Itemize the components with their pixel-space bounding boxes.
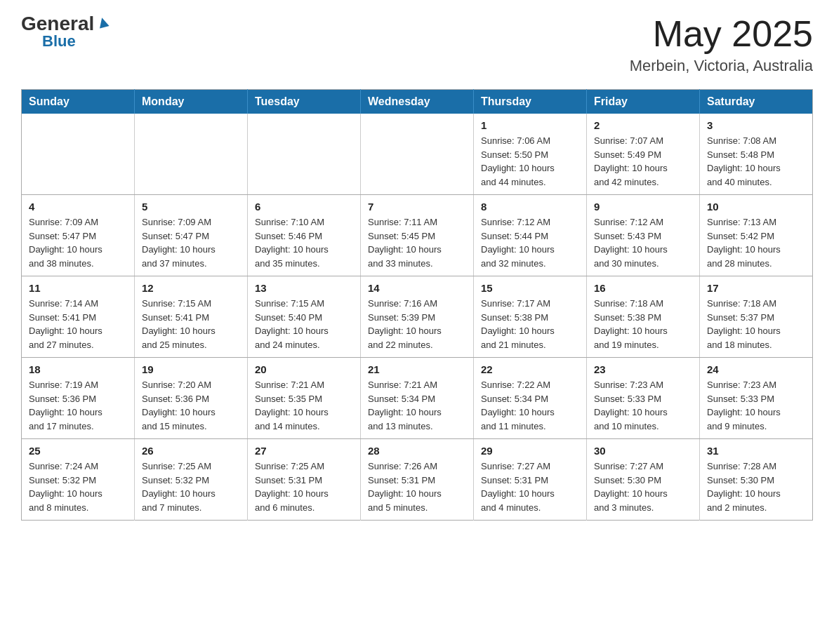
day-info: Sunrise: 7:14 AM Sunset: 5:41 PM Dayligh… bbox=[29, 297, 127, 351]
calendar-cell: 10Sunrise: 7:13 AM Sunset: 5:42 PM Dayli… bbox=[700, 195, 813, 276]
calendar-cell: 27Sunrise: 7:25 AM Sunset: 5:31 PM Dayli… bbox=[248, 439, 361, 521]
calendar-cell: 25Sunrise: 7:24 AM Sunset: 5:32 PM Dayli… bbox=[22, 439, 135, 521]
day-info: Sunrise: 7:07 AM Sunset: 5:49 PM Dayligh… bbox=[594, 134, 692, 189]
calendar-cell: 24Sunrise: 7:23 AM Sunset: 5:33 PM Dayli… bbox=[700, 358, 813, 439]
day-info: Sunrise: 7:27 AM Sunset: 5:31 PM Dayligh… bbox=[481, 459, 579, 514]
calendar-cell: 19Sunrise: 7:20 AM Sunset: 5:36 PM Dayli… bbox=[135, 358, 248, 439]
day-number: 21 bbox=[368, 363, 466, 375]
calendar-cell: 31Sunrise: 7:28 AM Sunset: 5:30 PM Dayli… bbox=[700, 439, 813, 521]
day-number: 16 bbox=[594, 282, 692, 294]
day-number: 2 bbox=[594, 119, 692, 131]
day-number: 5 bbox=[142, 201, 240, 213]
day-info: Sunrise: 7:23 AM Sunset: 5:33 PM Dayligh… bbox=[707, 378, 805, 433]
day-info: Sunrise: 7:24 AM Sunset: 5:32 PM Dayligh… bbox=[29, 459, 127, 514]
day-number: 13 bbox=[255, 282, 353, 294]
calendar-cell: 5Sunrise: 7:09 AM Sunset: 5:47 PM Daylig… bbox=[135, 195, 248, 276]
day-info: Sunrise: 7:17 AM Sunset: 5:38 PM Dayligh… bbox=[481, 297, 579, 351]
page-header: General Blue May 2025 Merbein, Victoria,… bbox=[21, 14, 813, 75]
day-number: 1 bbox=[481, 119, 579, 131]
calendar-cell: 12Sunrise: 7:15 AM Sunset: 5:41 PM Dayli… bbox=[135, 276, 248, 358]
day-info: Sunrise: 7:25 AM Sunset: 5:32 PM Dayligh… bbox=[142, 459, 240, 514]
calendar-cell: 29Sunrise: 7:27 AM Sunset: 5:31 PM Dayli… bbox=[474, 439, 587, 521]
calendar-cell: 30Sunrise: 7:27 AM Sunset: 5:30 PM Dayli… bbox=[587, 439, 700, 521]
day-info: Sunrise: 7:10 AM Sunset: 5:46 PM Dayligh… bbox=[255, 215, 353, 270]
day-number: 20 bbox=[255, 363, 353, 375]
day-of-week-header: Saturday bbox=[700, 90, 813, 114]
day-info: Sunrise: 7:12 AM Sunset: 5:43 PM Dayligh… bbox=[594, 215, 692, 270]
day-info: Sunrise: 7:12 AM Sunset: 5:44 PM Dayligh… bbox=[481, 215, 579, 270]
location-text: Merbein, Victoria, Australia bbox=[630, 57, 813, 75]
day-of-week-header: Sunday bbox=[22, 90, 135, 114]
day-number: 10 bbox=[707, 201, 805, 213]
calendar-cell bbox=[361, 114, 474, 195]
day-number: 22 bbox=[481, 363, 579, 375]
day-number: 8 bbox=[481, 201, 579, 213]
calendar-cell: 21Sunrise: 7:21 AM Sunset: 5:34 PM Dayli… bbox=[361, 358, 474, 439]
day-info: Sunrise: 7:20 AM Sunset: 5:36 PM Dayligh… bbox=[142, 378, 240, 433]
day-info: Sunrise: 7:08 AM Sunset: 5:48 PM Dayligh… bbox=[707, 134, 805, 189]
calendar-cell: 6Sunrise: 7:10 AM Sunset: 5:46 PM Daylig… bbox=[248, 195, 361, 276]
calendar-week-row: 25Sunrise: 7:24 AM Sunset: 5:32 PM Dayli… bbox=[22, 439, 813, 521]
calendar-cell: 26Sunrise: 7:25 AM Sunset: 5:32 PM Dayli… bbox=[135, 439, 248, 521]
day-info: Sunrise: 7:16 AM Sunset: 5:39 PM Dayligh… bbox=[368, 297, 466, 351]
day-info: Sunrise: 7:23 AM Sunset: 5:33 PM Dayligh… bbox=[594, 378, 692, 433]
calendar-week-row: 1Sunrise: 7:06 AM Sunset: 5:50 PM Daylig… bbox=[22, 114, 813, 195]
day-info: Sunrise: 7:28 AM Sunset: 5:30 PM Dayligh… bbox=[707, 459, 805, 514]
day-of-week-header: Friday bbox=[587, 90, 700, 114]
calendar-week-row: 4Sunrise: 7:09 AM Sunset: 5:47 PM Daylig… bbox=[22, 195, 813, 276]
calendar-cell: 1Sunrise: 7:06 AM Sunset: 5:50 PM Daylig… bbox=[474, 114, 587, 195]
calendar-table: SundayMondayTuesdayWednesdayThursdayFrid… bbox=[21, 89, 813, 521]
day-number: 7 bbox=[368, 201, 466, 213]
day-info: Sunrise: 7:15 AM Sunset: 5:41 PM Dayligh… bbox=[142, 297, 240, 351]
day-number: 28 bbox=[368, 445, 466, 457]
logo-general-text: General bbox=[21, 14, 94, 34]
calendar-cell: 16Sunrise: 7:18 AM Sunset: 5:38 PM Dayli… bbox=[587, 276, 700, 358]
calendar-cell: 9Sunrise: 7:12 AM Sunset: 5:43 PM Daylig… bbox=[587, 195, 700, 276]
day-number: 30 bbox=[594, 445, 692, 457]
calendar-cell: 18Sunrise: 7:19 AM Sunset: 5:36 PM Dayli… bbox=[22, 358, 135, 439]
day-number: 12 bbox=[142, 282, 240, 294]
logo-blue-text: Blue bbox=[42, 34, 76, 49]
day-info: Sunrise: 7:21 AM Sunset: 5:35 PM Dayligh… bbox=[255, 378, 353, 433]
calendar-cell: 17Sunrise: 7:18 AM Sunset: 5:37 PM Dayli… bbox=[700, 276, 813, 358]
logo: General Blue bbox=[21, 14, 111, 49]
day-info: Sunrise: 7:21 AM Sunset: 5:34 PM Dayligh… bbox=[368, 378, 466, 433]
calendar-cell: 11Sunrise: 7:14 AM Sunset: 5:41 PM Dayli… bbox=[22, 276, 135, 358]
calendar-header: SundayMondayTuesdayWednesdayThursdayFrid… bbox=[22, 90, 813, 114]
day-number: 11 bbox=[29, 282, 127, 294]
day-number: 17 bbox=[707, 282, 805, 294]
day-number: 19 bbox=[142, 363, 240, 375]
day-info: Sunrise: 7:19 AM Sunset: 5:36 PM Dayligh… bbox=[29, 378, 127, 433]
day-of-week-header: Wednesday bbox=[361, 90, 474, 114]
svg-marker-0 bbox=[98, 16, 110, 28]
day-number: 24 bbox=[707, 363, 805, 375]
day-number: 18 bbox=[29, 363, 127, 375]
day-info: Sunrise: 7:22 AM Sunset: 5:34 PM Dayligh… bbox=[481, 378, 579, 433]
calendar-cell bbox=[248, 114, 361, 195]
day-info: Sunrise: 7:09 AM Sunset: 5:47 PM Dayligh… bbox=[29, 215, 127, 270]
day-number: 3 bbox=[707, 119, 805, 131]
calendar-cell: 8Sunrise: 7:12 AM Sunset: 5:44 PM Daylig… bbox=[474, 195, 587, 276]
calendar-cell bbox=[135, 114, 248, 195]
day-info: Sunrise: 7:15 AM Sunset: 5:40 PM Dayligh… bbox=[255, 297, 353, 351]
day-number: 26 bbox=[142, 445, 240, 457]
day-number: 14 bbox=[368, 282, 466, 294]
calendar-cell bbox=[22, 114, 135, 195]
day-of-week-header: Tuesday bbox=[248, 90, 361, 114]
calendar-cell: 23Sunrise: 7:23 AM Sunset: 5:33 PM Dayli… bbox=[587, 358, 700, 439]
month-year-title: May 2025 bbox=[630, 14, 813, 54]
day-of-week-header: Monday bbox=[135, 90, 248, 114]
calendar-cell: 15Sunrise: 7:17 AM Sunset: 5:38 PM Dayli… bbox=[474, 276, 587, 358]
calendar-cell: 7Sunrise: 7:11 AM Sunset: 5:45 PM Daylig… bbox=[361, 195, 474, 276]
day-of-week-header: Thursday bbox=[474, 90, 587, 114]
day-number: 25 bbox=[29, 445, 127, 457]
day-number: 4 bbox=[29, 201, 127, 213]
logo-arrow-icon bbox=[95, 15, 111, 30]
calendar-week-row: 11Sunrise: 7:14 AM Sunset: 5:41 PM Dayli… bbox=[22, 276, 813, 358]
calendar-body: 1Sunrise: 7:06 AM Sunset: 5:50 PM Daylig… bbox=[22, 114, 813, 521]
calendar-cell: 4Sunrise: 7:09 AM Sunset: 5:47 PM Daylig… bbox=[22, 195, 135, 276]
title-section: May 2025 Merbein, Victoria, Australia bbox=[630, 14, 813, 75]
day-number: 31 bbox=[707, 445, 805, 457]
calendar-cell: 13Sunrise: 7:15 AM Sunset: 5:40 PM Dayli… bbox=[248, 276, 361, 358]
day-info: Sunrise: 7:18 AM Sunset: 5:37 PM Dayligh… bbox=[707, 297, 805, 351]
